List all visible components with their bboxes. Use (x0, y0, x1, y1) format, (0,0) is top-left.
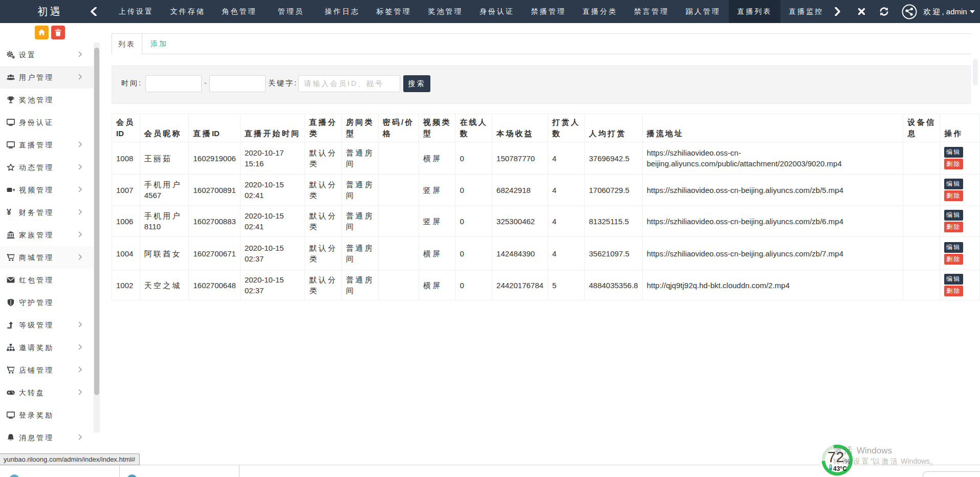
svg-text:43°C: 43°C (833, 465, 847, 472)
